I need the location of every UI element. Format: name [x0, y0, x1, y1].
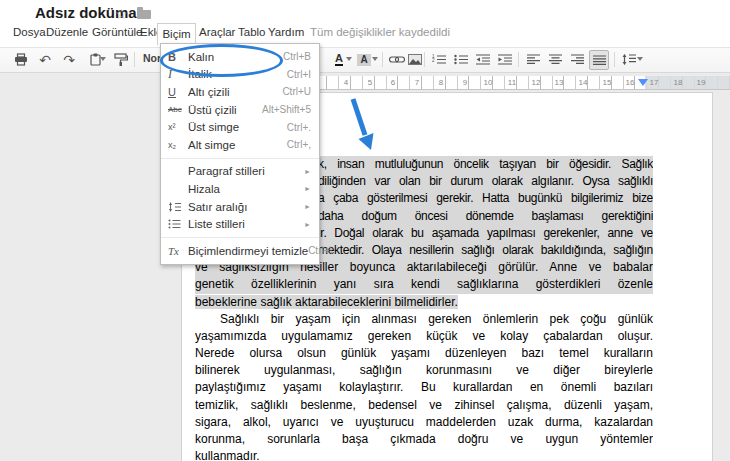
- line-spacing-icon[interactable]: [620, 51, 638, 68]
- toolbar-separator: [382, 52, 383, 67]
- line-spacing-caret[interactable]: [637, 57, 643, 61]
- folder-icon[interactable]: [137, 10, 151, 19]
- right-indent-marker[interactable]: [638, 79, 648, 86]
- ruler-number: 17: [648, 77, 661, 88]
- menu-item-italic[interactable]: I İtalik Ctrl+I: [161, 66, 319, 84]
- submenu-arrow-icon: ►: [304, 185, 319, 192]
- menu-item-paragraph-styles[interactable]: Paragraf stilleri ►: [161, 163, 319, 181]
- format-menu-dropdown: B Kalın Ctrl+B I İtalik Ctrl+I U Altı çi…: [160, 43, 320, 265]
- doc-text-line: bilinerek uygulanması, sağlığın korunmas…: [195, 362, 653, 379]
- subscript-icon: x₂: [161, 140, 188, 150]
- list-styles-icon: [161, 219, 188, 229]
- ruler-number: 10: [482, 77, 495, 88]
- decrease-indent-icon[interactable]: [474, 51, 492, 68]
- toolbar-separator: [518, 52, 519, 67]
- numbered-list-icon[interactable]: 12: [430, 51, 448, 68]
- underline-icon: U: [161, 86, 188, 98]
- menu-separator: [161, 237, 319, 238]
- text-color-caret[interactable]: [346, 57, 352, 61]
- document-title[interactable]: Adsız doküman: [35, 4, 146, 21]
- strikethrough-icon: Abc: [161, 105, 188, 114]
- menu-duzenle[interactable]: Düzenle: [46, 26, 88, 38]
- svg-text:2: 2: [432, 58, 435, 63]
- ruler-number: 14: [577, 77, 590, 88]
- ruler-number: 8: [437, 77, 445, 88]
- menu-item-subscript[interactable]: x₂ Alt simge Ctrl+,: [161, 136, 319, 154]
- paint-format-icon[interactable]: [112, 51, 130, 68]
- bulleted-list-icon[interactable]: [452, 51, 470, 68]
- doc-text-line: mektedir. Olaya nesillerin sağlığı olara…: [318, 242, 653, 259]
- menu-item-underline[interactable]: U Altı çizili Ctrl+U: [161, 83, 319, 101]
- clear-formatting-icon: Tx: [161, 245, 188, 257]
- menu-araclar[interactable]: Araçlar: [199, 26, 235, 38]
- paste-dropdown-caret[interactable]: [100, 57, 106, 61]
- redo-icon[interactable]: ↷: [60, 51, 78, 68]
- italic-icon: I: [161, 67, 188, 82]
- menu-item-strikethrough[interactable]: Abc Üstü çizili Alt+Shift+5: [161, 101, 319, 119]
- increase-indent-icon[interactable]: [496, 51, 514, 68]
- doc-text-line: Sağlıklı bir yaşam için alınması gereken…: [195, 311, 653, 328]
- save-status: Tüm değişiklikler kaydedildi: [310, 26, 450, 38]
- toolbar-separator: [614, 52, 615, 67]
- doc-text-line: temizlik, sağlıklı beslenme, bedensel ve…: [195, 397, 653, 414]
- highlight-color-caret[interactable]: [372, 57, 378, 61]
- highlight-color-icon[interactable]: A: [355, 51, 373, 68]
- bold-icon: B: [161, 51, 188, 63]
- menu-item-clear-formatting[interactable]: Tx Biçimlendirmeyi temizle Ctrl+\: [161, 242, 319, 260]
- insert-link-icon[interactable]: [388, 51, 406, 68]
- google-docs-window: Adsız doküman ☆ Dosya Düzenle Görüntüle …: [0, 0, 730, 461]
- align-center-icon[interactable]: [546, 51, 564, 68]
- menu-goruntule[interactable]: Görüntüle: [92, 26, 143, 38]
- doc-text-line: paylaştığımız yaşamı kolaylaştırır. Bu k…: [195, 379, 653, 396]
- ruler-number: 13: [553, 77, 566, 88]
- doc-text-line: a çaba gösterilmesi gerekir. Hatta bugün…: [318, 190, 653, 207]
- ruler-number: 12: [530, 77, 543, 88]
- star-icon[interactable]: ☆: [115, 6, 128, 22]
- menu-yardim[interactable]: Yardım: [268, 26, 304, 38]
- submenu-arrow-icon: ►: [304, 168, 319, 175]
- menu-item-list-styles[interactable]: Liste stilleri ►: [161, 215, 319, 233]
- align-justify-icon[interactable]: [589, 50, 609, 70]
- doc-text-line: daha doğum öncesi dönemde başlaması gere…: [318, 208, 653, 225]
- toolbar: ↶ ↷ Normal m... A A 12: [0, 47, 730, 73]
- header: Adsız doküman ☆ Dosya Düzenle Görüntüle …: [0, 0, 730, 47]
- doc-text-line: Nerede olursa olsun günlük yaşamı düzenl…: [195, 345, 653, 362]
- menu-item-line-spacing[interactable]: Satır aralığı ►: [161, 198, 319, 216]
- toolbar-separator: [134, 52, 135, 67]
- ruler-number: 9: [461, 77, 469, 88]
- menu-item-bold[interactable]: B Kalın Ctrl+B: [161, 48, 319, 66]
- ruler-number: 7: [413, 77, 421, 88]
- ruler-number: 6: [389, 77, 397, 88]
- menu-separator: [161, 158, 319, 159]
- menu-tablo[interactable]: Tablo: [238, 26, 266, 38]
- ruler-number: 18: [672, 77, 685, 88]
- menu-bicim-active[interactable]: Biçim: [157, 23, 196, 45]
- ruler-number: 16: [624, 77, 637, 88]
- doc-text-line: bebeklerine sağlık aktarabileceklerini b…: [195, 294, 653, 311]
- doc-text-line: sigara, alkol, uyarıcı ve uyuşturucu mad…: [195, 414, 653, 431]
- submenu-arrow-icon: ►: [304, 203, 319, 210]
- submenu-arrow-icon: ►: [304, 221, 319, 228]
- ruler-number: 5: [366, 77, 374, 88]
- menu-item-align[interactable]: Hizala ►: [161, 180, 319, 198]
- doc-text-line: k, insan mutluluğunun öncelik taşıyan bi…: [318, 156, 653, 173]
- menu-dosya[interactable]: Dosya: [13, 26, 46, 38]
- doc-text-line: korunma, sorunlarla başa çıkmada doğru v…: [195, 431, 653, 448]
- ruler-number: 4: [342, 77, 350, 88]
- print-icon[interactable]: [12, 51, 30, 68]
- menu-item-superscript[interactable]: x² Üst simge Ctrl+.: [161, 118, 319, 136]
- toolbar-separator: [424, 52, 425, 67]
- doc-text-line: kullanmadır.: [195, 448, 653, 461]
- doc-text-line: genetik özelliklerinin yanı sıra kendi s…: [195, 276, 653, 293]
- superscript-icon: x²: [161, 122, 188, 132]
- ruler-number: 11: [506, 77, 518, 88]
- ruler-number: 15: [601, 77, 614, 88]
- undo-icon[interactable]: ↶: [36, 51, 54, 68]
- doc-text-line: yaşamımızda uygulamamız gereken küçük ve…: [195, 328, 653, 345]
- doc-text-line: diliğinden var olan bir durum olarak alg…: [318, 173, 653, 190]
- align-right-icon[interactable]: [568, 51, 586, 68]
- line-spacing-icon: [161, 202, 188, 212]
- align-left-icon[interactable]: [524, 51, 542, 68]
- ruler-number: 19: [695, 77, 708, 88]
- insert-image-icon[interactable]: [406, 51, 424, 68]
